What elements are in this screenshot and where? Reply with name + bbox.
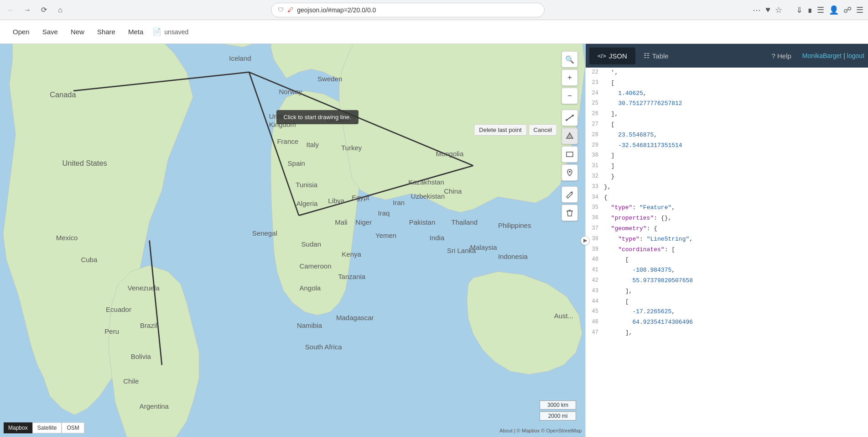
json-line[interactable]: 37 "geometry": { bbox=[586, 224, 868, 234]
line-content: -17.2265625, bbox=[604, 307, 868, 317]
cancel-button[interactable]: Cancel bbox=[529, 124, 557, 136]
account-icon[interactable]: 👤 bbox=[829, 5, 839, 15]
json-line[interactable]: 41 -108.984375, bbox=[586, 265, 868, 276]
pocket-icon[interactable]: ♥ bbox=[765, 5, 770, 15]
download-icon[interactable]: ⇓ bbox=[796, 5, 803, 15]
json-line[interactable]: 27 [ bbox=[586, 120, 868, 130]
reload-button[interactable]: ⟳ bbox=[37, 4, 50, 16]
library-icon[interactable]: ∎ bbox=[807, 5, 812, 15]
json-line[interactable]: 43 ], bbox=[586, 286, 868, 297]
code-icon: </> bbox=[598, 53, 606, 59]
line-number: 37 bbox=[586, 224, 604, 234]
line-number: 22 bbox=[586, 68, 604, 78]
mapbox-button[interactable]: Mapbox bbox=[4, 422, 32, 433]
tab-json[interactable]: </> JSON bbox=[589, 47, 635, 64]
svg-point-61 bbox=[569, 171, 571, 173]
svg-point-58 bbox=[572, 115, 574, 116]
svg-text:Namibia: Namibia bbox=[297, 321, 322, 329]
json-line[interactable]: 23 [ bbox=[586, 78, 868, 89]
star-icon[interactable]: ☆ bbox=[775, 5, 782, 15]
collapse-panel-button[interactable]: ▶ bbox=[581, 236, 590, 245]
extensions-icon[interactable]: ☍ bbox=[843, 5, 852, 15]
line-content: -32.54681317351514 bbox=[604, 141, 868, 151]
zoom-in-button[interactable]: + bbox=[561, 69, 578, 86]
json-line[interactable]: 36 "properties": {}, bbox=[586, 213, 868, 224]
main-content: Canada United States Mexico Cuba Venezue… bbox=[0, 44, 868, 437]
json-line[interactable]: 28 23.5546875, bbox=[586, 130, 868, 141]
draw-marker-button[interactable] bbox=[561, 164, 578, 181]
svg-text:Egypt: Egypt bbox=[352, 194, 369, 201]
svg-text:Spain: Spain bbox=[288, 159, 305, 167]
svg-text:United: United bbox=[269, 112, 289, 120]
save-button[interactable]: Save bbox=[37, 24, 63, 39]
satellite-button[interactable]: Satellite bbox=[32, 422, 62, 433]
help-button[interactable]: ? Help bbox=[764, 47, 798, 64]
json-line[interactable]: 38 "type": "LineString", bbox=[586, 234, 868, 245]
osm-button[interactable]: OSM bbox=[62, 422, 84, 433]
json-line[interactable]: 33}, bbox=[586, 182, 868, 193]
line-number: 29 bbox=[586, 141, 604, 151]
json-line[interactable]: 30 ] bbox=[586, 151, 868, 161]
json-line[interactable]: 31 ] bbox=[586, 161, 868, 172]
back-button[interactable]: ← bbox=[5, 4, 17, 16]
json-line[interactable]: 40 [ bbox=[586, 255, 868, 265]
json-tab-label: JSON bbox=[609, 52, 627, 60]
json-line[interactable]: 26 ], bbox=[586, 109, 868, 120]
json-line[interactable]: 35 "type": "Feature", bbox=[586, 203, 868, 213]
map-area[interactable]: Canada United States Mexico Cuba Venezue… bbox=[0, 44, 585, 437]
svg-text:Kenya: Kenya bbox=[342, 250, 361, 258]
line-content: 55.97379820507658 bbox=[604, 276, 868, 286]
json-line[interactable]: 46 64.92354174306496 bbox=[586, 317, 868, 328]
favicon-icon: 🖊 bbox=[287, 6, 293, 13]
json-line[interactable]: 39 "coordinates": [ bbox=[586, 245, 868, 255]
line-number: 35 bbox=[586, 203, 604, 213]
svg-text:Mongolia: Mongolia bbox=[436, 150, 464, 158]
more-icon[interactable]: ⋯ bbox=[753, 5, 761, 15]
svg-text:Cameroon: Cameroon bbox=[300, 262, 332, 270]
line-number: 27 bbox=[586, 120, 604, 130]
logout-button[interactable]: logout bbox=[847, 52, 864, 59]
json-line[interactable]: 22 ', bbox=[586, 68, 868, 78]
line-number: 44 bbox=[586, 297, 604, 307]
draw-polygon-button[interactable] bbox=[561, 128, 578, 144]
svg-text:Sri Lanka: Sri Lanka bbox=[447, 247, 476, 254]
json-line[interactable]: 42 55.97379820507658 bbox=[586, 276, 868, 286]
json-line[interactable]: 25 30.751277776257812 bbox=[586, 99, 868, 109]
line-content: ], bbox=[604, 110, 868, 119]
app-container: Open Save New Share Meta 📄 unsaved bbox=[0, 20, 868, 437]
reader-icon[interactable]: ☰ bbox=[817, 5, 824, 15]
delete-last-point-button[interactable]: Delete last point bbox=[474, 124, 526, 136]
line-number: 36 bbox=[586, 214, 604, 223]
new-button[interactable]: New bbox=[65, 24, 90, 39]
svg-text:Argentina: Argentina bbox=[140, 402, 169, 410]
json-line[interactable]: 47 ], bbox=[586, 328, 868, 338]
svg-text:France: France bbox=[277, 137, 298, 145]
open-button[interactable]: Open bbox=[7, 24, 35, 39]
edit-button[interactable] bbox=[561, 186, 578, 203]
json-line[interactable]: 34{ bbox=[586, 193, 868, 203]
menu-icon[interactable]: ☰ bbox=[856, 5, 863, 15]
table-icon: ☷ bbox=[644, 52, 650, 60]
line-content: 64.92354174306496 bbox=[604, 318, 868, 327]
json-line[interactable]: 32 } bbox=[586, 172, 868, 182]
search-button[interactable]: 🔍 bbox=[561, 51, 578, 68]
line-content: "geometry": { bbox=[604, 224, 868, 234]
json-line[interactable]: 29 -32.54681317351514 bbox=[586, 141, 868, 151]
json-line[interactable]: 24 1.40625, bbox=[586, 89, 868, 99]
json-editor[interactable]: 22 ',23 [24 1.40625,25 30.75127777625781… bbox=[586, 68, 868, 437]
draw-rectangle-button[interactable] bbox=[561, 146, 578, 163]
json-line[interactable]: 45 -17.2265625, bbox=[586, 307, 868, 317]
delete-button[interactable] bbox=[561, 205, 578, 221]
home-button[interactable]: ⌂ bbox=[54, 4, 67, 16]
svg-text:Indonesia: Indonesia bbox=[498, 253, 528, 260]
draw-line-button[interactable] bbox=[561, 110, 578, 126]
right-panel: </> JSON ☷ Table ? Help MonikaBarget | l… bbox=[585, 44, 868, 437]
share-button[interactable]: Share bbox=[92, 24, 121, 39]
line-content: [ bbox=[604, 79, 868, 88]
json-line[interactable]: 44 [ bbox=[586, 297, 868, 307]
meta-button[interactable]: Meta bbox=[123, 24, 149, 39]
svg-text:Philippines: Philippines bbox=[498, 221, 531, 229]
tab-table[interactable]: ☷ Table bbox=[635, 47, 677, 64]
zoom-out-button[interactable]: − bbox=[561, 88, 578, 104]
forward-button[interactable]: → bbox=[21, 4, 34, 16]
